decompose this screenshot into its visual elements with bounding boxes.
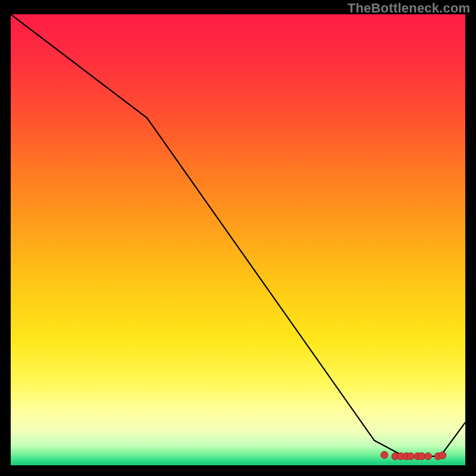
chart-frame: TheBottleneck.com xyxy=(0,0,476,476)
marker-point xyxy=(439,452,446,459)
marker-point xyxy=(424,453,431,460)
plot-background xyxy=(11,14,465,465)
marker-point xyxy=(407,453,414,460)
bottleneck-chart xyxy=(11,14,465,465)
marker-point xyxy=(381,452,388,459)
watermark-text: TheBottleneck.com xyxy=(347,1,470,16)
